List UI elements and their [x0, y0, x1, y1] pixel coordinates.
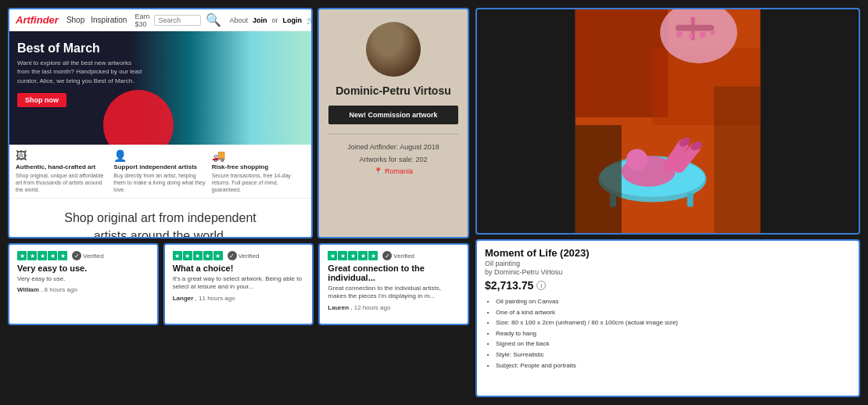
check-icon-2: ✓ — [228, 251, 237, 260]
review-2-stars: ★ ★ ★ ★ ★ — [173, 251, 223, 260]
detail-signed: Signed on the back — [496, 339, 851, 349]
profile-avatar — [366, 22, 421, 77]
review-3-time: 12 hours ago — [354, 304, 391, 311]
hero-section: Best of March Want to explore all the be… — [9, 31, 311, 145]
review-3-name: Lauren — [328, 304, 349, 311]
review-card-3: ★ ★ ★ ★ ★ ✓ Verified Great connection to… — [318, 243, 469, 325]
star-3: ★ — [348, 251, 357, 260]
detail-subject: Subject: People and portraits — [496, 360, 851, 371]
artists-icon: 👤 — [113, 149, 206, 162]
feature-shopping: 🚚 Risk-free shopping Secure transactions… — [212, 149, 305, 193]
star-2: ★ — [183, 251, 192, 260]
hero-content: Best of March Want to explore all the be… — [17, 41, 142, 107]
search-input[interactable] — [154, 15, 201, 26]
star-3: ★ — [38, 251, 47, 260]
artwork-details-list: Oil painting on Canvas One of a kind art… — [485, 296, 851, 371]
detail-size: Size: 80 x 100 x 2cm (unframed) / 80 x 1… — [496, 317, 851, 328]
nav-search-area: Earn $30 🔍 — [135, 13, 221, 28]
artfinder-logo: Artfinder — [16, 14, 59, 26]
review-1-text: Very easy to use. — [17, 275, 149, 283]
review-1-title: Very easy to use. — [17, 263, 149, 273]
svg-point-6 — [676, 31, 683, 38]
nav-shop[interactable]: Shop — [66, 16, 84, 24]
artwork-artist: by Dominic-Petru Virtosu — [485, 268, 851, 276]
star-2: ★ — [338, 251, 347, 260]
svg-point-8 — [699, 32, 705, 38]
shopping-icon: 🚚 — [212, 149, 305, 162]
avatar-image — [366, 22, 421, 77]
star-5: ★ — [58, 251, 67, 260]
top-row: Artfinder Shop Inspiration Earn $30 🔍 Ab… — [8, 8, 469, 238]
location-text: Romania — [385, 167, 413, 175]
review-3-title: Great connection to the individual... — [328, 263, 460, 282]
check-icon-3: ✓ — [382, 251, 392, 260]
svg-rect-5 — [676, 25, 714, 31]
price-info-icon[interactable]: i — [536, 281, 546, 290]
star-2: ★ — [27, 251, 37, 260]
tagline: Shop original art from independentartist… — [9, 199, 311, 238]
nav-login[interactable]: Login — [282, 16, 302, 24]
verified-badge-2: ✓ Verified — [228, 251, 260, 260]
feature-shopping-title: Risk-free shopping — [212, 163, 305, 170]
location-pin-icon: 📍 — [374, 167, 382, 175]
artwork-info-card: Moment of Life (2023) Oil painting by Do… — [475, 239, 860, 397]
artwork-svg — [477, 9, 859, 233]
earn-text[interactable]: Earn $30 — [135, 13, 149, 28]
profile-card: Dominic-Petru Virtosu New! Commission ar… — [317, 8, 469, 238]
review-3-header: ★ ★ ★ ★ ★ ✓ Verified — [328, 251, 460, 260]
joined-info: Joined Artfinder: August 2018 — [347, 141, 439, 153]
feature-authentic: 🖼 Authentic, hand-crafted art Shop origi… — [16, 149, 109, 193]
nav-inspiration[interactable]: Inspiration — [91, 16, 127, 24]
feature-artists-desc: Buy directly from an artist, helping the… — [113, 172, 206, 193]
nav-right: About Join or Login 🛒 — [229, 16, 313, 24]
hero-title: Best of March — [17, 41, 142, 56]
detail-style: Style: Surrealistic — [496, 349, 851, 360]
verified-badge-1: ✓ Verified — [72, 251, 104, 260]
search-icon[interactable]: 🔍 — [206, 13, 221, 27]
review-2-text: It's a great way to select artwork. Bein… — [173, 275, 305, 292]
svg-rect-19 — [687, 193, 694, 207]
price-value: $2,713.75 — [485, 279, 533, 292]
feature-artists-title: Support independent artists — [113, 163, 206, 170]
artwork-title: Moment of Life (2023) — [485, 247, 851, 259]
artwork-image-card — [475, 8, 860, 235]
review-2-name: Langer — [173, 295, 194, 302]
left-column: Artfinder Shop Inspiration Earn $30 🔍 Ab… — [8, 8, 469, 397]
detail-ready: Ready to hang — [496, 328, 851, 339]
review-card-2: ★ ★ ★ ★ ★ ✓ Verified What a choice! It's… — [163, 243, 314, 325]
feature-authentic-desc: Shop original, unique and affordable art… — [16, 172, 109, 193]
star-1: ★ — [17, 251, 27, 260]
svg-rect-21 — [714, 87, 760, 233]
review-1-name: William — [17, 286, 39, 293]
nav-about[interactable]: About — [229, 16, 248, 24]
review-3-stars: ★ ★ ★ ★ ★ — [328, 251, 378, 260]
review-1-stars: ★ ★ ★ ★ ★ — [17, 251, 67, 260]
review-1-header: ★ ★ ★ ★ ★ ✓ Verified — [17, 251, 149, 260]
star-1: ★ — [328, 251, 337, 260]
cart-icon[interactable]: 🛒 — [307, 16, 313, 24]
detail-unique: One of a kind artwork — [496, 307, 851, 318]
artwork-medium: Oil painting — [485, 260, 851, 267]
review-2-title: What a choice! — [173, 263, 305, 273]
feature-authentic-title: Authentic, hand-crafted art — [16, 163, 109, 170]
star-4: ★ — [48, 251, 57, 260]
review-1-author: William , 8 hours ago — [17, 286, 149, 293]
authentic-icon: 🖼 — [16, 149, 109, 162]
feature-shopping-desc: Secure transactions, free 14-day returns… — [212, 172, 305, 193]
star-1: ★ — [173, 251, 182, 260]
nav-join[interactable]: Join — [253, 16, 267, 24]
star-4: ★ — [203, 251, 213, 260]
profile-stats: Joined Artfinder: August 2018 Artworks f… — [347, 141, 439, 166]
shop-now-button[interactable]: Shop now — [17, 93, 66, 107]
profile-location: 📍 Romania — [374, 167, 413, 175]
detail-medium: Oil painting on Canvas — [496, 296, 851, 307]
commission-button[interactable]: New! Commission artwork — [328, 106, 458, 124]
star-3: ★ — [193, 251, 203, 260]
profile-divider — [328, 134, 458, 134]
profile-name: Dominic-Petru Virtosu — [335, 84, 451, 98]
review-2-header: ★ ★ ★ ★ ★ ✓ Verified — [173, 251, 305, 260]
verified-label-1: Verified — [83, 253, 104, 260]
star-5: ★ — [368, 251, 378, 260]
artwork-price: $2,713.75 i — [485, 279, 851, 292]
artworks-info: Artworks for sale: 202 — [347, 153, 439, 166]
